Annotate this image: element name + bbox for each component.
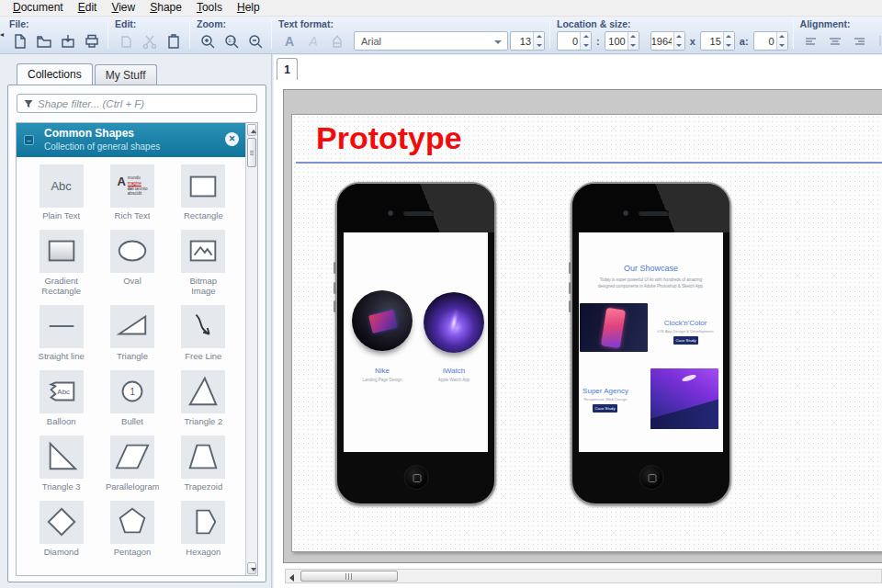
triangle-2-icon xyxy=(181,370,225,413)
zoom-in-icon[interactable] xyxy=(197,31,219,51)
iphone-mockup-2[interactable]: Our Showcase Today is super powerful UI … xyxy=(571,182,731,505)
bitmap-image-icon xyxy=(181,230,225,273)
font-size-input[interactable] xyxy=(511,32,533,50)
angle-input[interactable] xyxy=(754,32,776,50)
spin-up-icon[interactable] xyxy=(581,32,591,41)
spin-up-icon[interactable] xyxy=(628,32,639,41)
iphone-mockup-1[interactable]: Nike Landing Page Design iWatch Apple Wa… xyxy=(335,182,496,505)
tab-collections[interactable]: Collections xyxy=(17,63,93,85)
location-y-input[interactable] xyxy=(605,32,628,50)
open-document-icon[interactable] xyxy=(33,31,55,51)
home-square-icon xyxy=(648,474,656,482)
copy-icon[interactable] xyxy=(115,31,137,51)
spin-down-icon[interactable] xyxy=(534,41,544,51)
size-height-stepper[interactable] xyxy=(700,31,735,51)
shape-filter-field[interactable] xyxy=(17,94,257,113)
size-height-input[interactable] xyxy=(701,32,723,50)
font-size-stepper[interactable] xyxy=(510,31,545,51)
location-y-stepper[interactable] xyxy=(605,31,639,51)
drawing-page[interactable]: Prototype Nike La xyxy=(291,114,882,552)
save-document-icon[interactable] xyxy=(57,31,79,51)
scrollbar-thumb[interactable] xyxy=(300,571,398,582)
scroll-down-icon[interactable] xyxy=(247,562,256,574)
shape-bullet[interactable]: 1 Bullet xyxy=(96,370,167,427)
toolbar-separator xyxy=(189,20,190,49)
edit-section-label: Edit: xyxy=(115,18,185,30)
divider-line[interactable] xyxy=(296,162,882,164)
paste-icon[interactable] xyxy=(163,31,185,51)
spin-down-icon[interactable] xyxy=(777,41,787,51)
shape-triangle-3[interactable]: Triangle 3 xyxy=(26,435,96,492)
canvas-area: 1 Prototype xyxy=(274,55,882,588)
tab-my-stuff[interactable]: My Stuff xyxy=(95,64,157,85)
bold-icon[interactable]: A xyxy=(278,31,300,51)
new-document-icon[interactable] xyxy=(9,31,31,51)
shape-gradient-rectangle[interactable]: Gradient Rectangle xyxy=(26,230,96,297)
angle-stepper[interactable] xyxy=(753,31,788,51)
align-left-icon[interactable] xyxy=(800,31,822,51)
shape-oval[interactable]: Oval xyxy=(96,230,167,297)
align-top-icon[interactable] xyxy=(872,31,882,51)
shape-trapezoid[interactable]: Trapezoid xyxy=(168,435,239,492)
spin-down-icon[interactable] xyxy=(581,41,591,51)
shape-parallelogram[interactable]: Parallelogram xyxy=(96,435,167,492)
shape-bitmap-image[interactable]: Bitmap Image xyxy=(168,230,239,297)
spin-up-icon[interactable] xyxy=(777,32,787,41)
shape-rich-text[interactable]: A mundumaginedel tannitoabscidit Rich Te… xyxy=(96,164,167,221)
align-center-icon[interactable] xyxy=(824,31,846,51)
zoom-one-to-one-icon[interactable]: 1:1 xyxy=(220,31,243,51)
print-document-icon[interactable] xyxy=(81,31,103,51)
spin-down-icon[interactable] xyxy=(724,41,734,51)
page-title[interactable]: Prototype xyxy=(316,120,462,156)
shape-balloon[interactable]: Abc Balloon xyxy=(26,370,96,427)
scroll-left-icon[interactable] xyxy=(288,573,295,581)
fill-color-icon[interactable] xyxy=(326,31,348,51)
spin-up-icon[interactable] xyxy=(674,32,684,41)
shape-triangle-2[interactable]: Triangle 2 xyxy=(168,370,239,427)
align-right-icon[interactable] xyxy=(848,31,870,51)
shape-hexagon[interactable]: Hexagon xyxy=(168,501,239,558)
spin-up-icon[interactable] xyxy=(534,32,544,41)
bullet-number-text: 1 xyxy=(130,387,135,397)
shape-pentagon[interactable]: Pentagon xyxy=(96,501,167,558)
toolbar-section-text-format: Text format: A A Arial xyxy=(273,17,548,51)
shape-diamond[interactable]: Diamond xyxy=(26,501,96,558)
shape-plain-text[interactable]: Abc Plain Text xyxy=(26,164,96,221)
collection-header[interactable]: – Common Shapes Collection of general sh… xyxy=(17,123,245,157)
panel-splitter[interactable] xyxy=(271,54,273,588)
location-x-stepper[interactable] xyxy=(557,31,592,51)
size-width-input[interactable] xyxy=(651,32,673,50)
page-tab-1[interactable]: 1 xyxy=(277,58,298,80)
shape-rectangle[interactable]: Rectangle xyxy=(168,164,239,221)
spin-down-icon[interactable] xyxy=(628,41,639,51)
scroll-up-icon[interactable] xyxy=(247,124,256,136)
shape-filter-input[interactable] xyxy=(38,98,256,109)
location-x-input[interactable] xyxy=(558,32,580,50)
horizontal-scrollbar[interactable] xyxy=(285,569,882,583)
svg-text:1:1: 1:1 xyxy=(228,38,235,43)
shape-free-line[interactable]: Free Line xyxy=(168,305,239,362)
size-width-stepper[interactable] xyxy=(650,31,685,51)
scrollbar-thumb[interactable] xyxy=(247,138,256,167)
menu-edit[interactable]: Edit xyxy=(71,0,105,16)
collapse-icon[interactable]: – xyxy=(24,135,34,145)
menu-shape[interactable]: Shape xyxy=(142,0,189,16)
close-icon[interactable]: ✕ xyxy=(225,132,239,146)
panel-scrollbar[interactable] xyxy=(245,123,257,575)
spin-down-icon[interactable] xyxy=(674,41,684,51)
font-family-select[interactable]: Arial xyxy=(354,31,508,51)
zoom-out-icon[interactable] xyxy=(244,31,266,51)
menu-help[interactable]: Help xyxy=(230,0,267,16)
shape-triangle[interactable]: Triangle xyxy=(96,305,167,362)
phone-mute-switch xyxy=(569,300,571,312)
menu-document[interactable]: Document xyxy=(6,0,71,16)
menu-tools[interactable]: Tools xyxy=(189,0,230,16)
iwatch-card-subtitle: Apple Watch App xyxy=(424,378,483,382)
italic-icon[interactable]: A xyxy=(302,31,324,51)
shape-straight-line[interactable]: Straight line xyxy=(26,305,96,362)
spin-up-icon[interactable] xyxy=(724,32,734,41)
shape-panel: Collections My Stuff – Common Shapes Col… xyxy=(6,63,268,586)
phone-glare xyxy=(572,184,729,232)
cut-icon[interactable] xyxy=(139,31,161,51)
menu-view[interactable]: View xyxy=(104,0,142,16)
